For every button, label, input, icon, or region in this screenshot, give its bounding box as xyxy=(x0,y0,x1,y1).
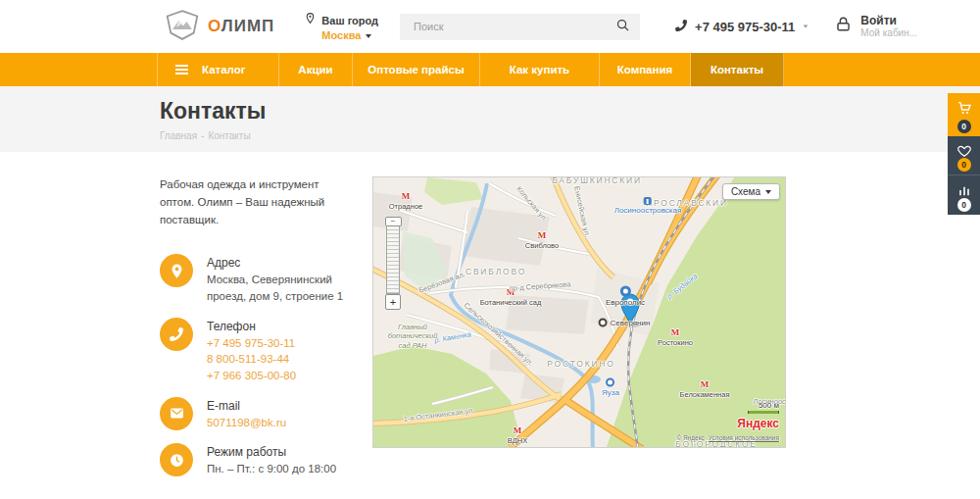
top-bar: ОЛИМП Ваш город Москва +7 495 975-3 xyxy=(0,0,980,53)
breadcrumb-item[interactable]: Главная xyxy=(160,130,197,141)
contact-text: E-mail5071198@bk.ru xyxy=(207,397,286,431)
phone-icon xyxy=(160,318,193,351)
metro-icon: М xyxy=(514,425,522,435)
platform-icon xyxy=(607,378,615,387)
nav-item-1[interactable]: Акции xyxy=(279,53,353,86)
map-label-metro: МОтрадное xyxy=(389,191,422,211)
nav-item-3[interactable]: Как купить xyxy=(480,53,600,86)
lock-icon xyxy=(834,15,853,37)
map-labels: БАБУШКИНСКИЙЯРОСЛАВСКИЙСВИБЛОВОРОСТОКИНО… xyxy=(373,177,785,447)
zoom-slider-handle[interactable]: − xyxy=(385,217,402,226)
city-selector[interactable]: Ваш город Москва xyxy=(304,10,378,43)
menu-icon xyxy=(175,65,188,75)
contact-label: Адрес xyxy=(207,256,364,270)
contact-label: E-mail xyxy=(207,399,286,413)
nav-item-0[interactable]: Каталог xyxy=(157,53,279,86)
train-icon xyxy=(644,197,652,205)
intro-text: Рабочая одежда и инструмент оптом. Олимп… xyxy=(160,176,356,228)
map-label-text: Свиблово xyxy=(525,241,559,250)
page: ОЛИМП Ваш город Москва +7 495 975-3 xyxy=(0,0,980,499)
map-label-rail-platform: Яуза xyxy=(602,378,619,397)
terms-link[interactable]: Условия использования xyxy=(709,434,779,441)
breadcrumb: Главная-Контакты xyxy=(160,130,980,141)
geo-pin-icon xyxy=(304,11,317,30)
map-label-district: СВИБЛОВО xyxy=(466,267,526,276)
map-label-metro: МБелокаменная xyxy=(680,379,730,399)
mall-icon xyxy=(619,286,630,297)
contact-link[interactable]: +7 495 975-30-11 xyxy=(207,335,296,352)
contact-label: Телефон xyxy=(207,320,296,333)
nav-item-4[interactable]: Компания xyxy=(600,53,691,86)
map-type-button[interactable]: Схема xyxy=(722,183,780,200)
map-label-text: Европолис xyxy=(606,298,645,307)
map-zoom-control: − + xyxy=(384,217,402,310)
map-label-rail-station: Лосиноостровская xyxy=(614,197,682,215)
page-title: Контакты xyxy=(160,98,980,125)
map-label-text: Северянин xyxy=(611,319,651,327)
city-label: Ваш город xyxy=(321,15,378,26)
counter-badge: 0 xyxy=(957,158,971,172)
zoom-in-button[interactable]: + xyxy=(385,294,401,310)
floating-button-heart[interactable]: 0 xyxy=(948,136,980,175)
chevron-down-icon[interactable] xyxy=(804,25,808,27)
map-label-metro: МВДНХ xyxy=(508,425,527,445)
logo[interactable]: ОЛИМП xyxy=(165,10,274,44)
login-block[interactable]: Войти Мой кабин... xyxy=(834,14,917,39)
nav-item-2[interactable]: Оптовые прайсы xyxy=(353,53,480,86)
search-button[interactable] xyxy=(613,16,632,37)
map-label-park: Главный ботанический сад РАН xyxy=(388,323,438,350)
email-icon xyxy=(160,397,193,430)
nav-item-label: Компания xyxy=(617,64,672,75)
floating-button-stats[interactable]: 0 xyxy=(948,175,980,215)
nav-item-label: Оптовые прайсы xyxy=(368,64,465,75)
nav-item-label: Контакты xyxy=(710,64,763,75)
logo-text: ОЛИМП xyxy=(208,17,274,36)
map-label-text: Ботанический сад xyxy=(480,298,542,307)
main-content: Рабочая одежда и инструмент оптом. Олимп… xyxy=(0,152,980,490)
breadcrumb-separator: - xyxy=(201,130,204,141)
contact-item-3: Режим работыПн. – Пт.: с 9:00 до 18:00 xyxy=(160,443,372,477)
contact-link[interactable]: 5071198@bk.ru xyxy=(207,415,286,431)
contact-list: АдресМосква, Северянинский проезд, дом 9… xyxy=(160,254,372,477)
map-scale: 500 м xyxy=(748,401,779,414)
yandex-map[interactable]: БАБУШКИНСКИЙЯРОСЛАВСКИЙСВИБЛОВОРОСТОКИНО… xyxy=(372,176,786,448)
search-input[interactable] xyxy=(412,20,613,33)
map-label-mall: Европолис xyxy=(606,286,645,307)
metro-icon: М xyxy=(701,379,710,389)
nav-item-label: Каталог xyxy=(202,64,246,75)
cart-icon xyxy=(956,100,972,120)
nav-item-label: Как купить xyxy=(510,64,569,75)
contact-column: Рабочая одежда и инструмент оптом. Олимп… xyxy=(160,176,372,490)
metro-icon: М xyxy=(671,327,680,337)
contact-item-0: АдресМосква, Северянинский проезд, дом 9… xyxy=(160,254,372,304)
map-label-station: Северянин xyxy=(599,319,651,327)
header-phone-number[interactable]: +7 495 975-30-11 xyxy=(695,20,795,34)
contact-text: АдресМосква, Северянинский проезд, дом 9… xyxy=(207,254,364,304)
contact-label: Режим работы xyxy=(207,445,364,459)
yandex-logo[interactable]: Яндекс xyxy=(737,417,779,430)
map-label-street: Кольская ул. xyxy=(514,184,549,224)
floating-panel: 000 xyxy=(948,93,980,215)
contact-link[interactable]: 8 800-511-93-44 xyxy=(207,351,296,368)
counter-badge: 0 xyxy=(957,120,971,133)
breadcrumb-item: Контакты xyxy=(208,130,250,141)
phone-icon xyxy=(675,18,687,35)
metro-icon: М xyxy=(402,191,411,201)
map-label-street: Енисейская ул. xyxy=(572,185,592,238)
chevron-down-icon xyxy=(366,34,371,38)
logo-shield-icon xyxy=(165,10,200,44)
clock-icon xyxy=(160,443,193,476)
contact-item-2: E-mail5071198@bk.ru xyxy=(160,397,372,431)
floating-button-cart[interactable]: 0 xyxy=(948,93,980,136)
contact-text: Режим работыПн. – Пт.: с 9:00 до 18:00 xyxy=(207,443,364,477)
map-label-district: РОСТОКИНО xyxy=(547,359,614,369)
page-head: Контакты Главная-Контакты xyxy=(0,86,980,152)
zoom-slider-track[interactable] xyxy=(386,226,400,294)
contact-link[interactable]: +7 966 305-00-80 xyxy=(207,368,296,384)
map-label-street: 1-я Останкинская ул. xyxy=(403,406,475,424)
nav-item-5[interactable]: Контакты xyxy=(691,53,784,86)
login-subtitle: Мой кабин... xyxy=(860,27,917,39)
city-value[interactable]: Москва xyxy=(321,29,378,43)
login-title: Войти xyxy=(860,14,917,27)
contact-item-1: Телефон+7 495 975-30-118 800-511-93-44+7… xyxy=(160,318,372,384)
